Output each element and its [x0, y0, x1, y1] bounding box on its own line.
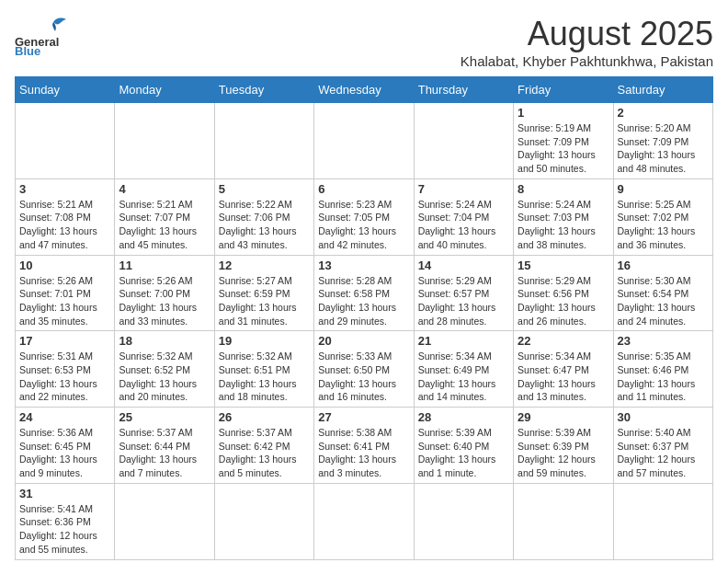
day-number: 10	[19, 259, 110, 272]
day-info: Sunrise: 5:32 AM Sunset: 6:52 PM Dayligh…	[119, 350, 210, 404]
day-info: Sunrise: 5:24 AM Sunset: 7:04 PM Dayligh…	[418, 198, 509, 252]
calendar-cell	[613, 483, 712, 559]
day-number: 29	[518, 410, 609, 424]
calendar-cell: 29Sunrise: 5:39 AM Sunset: 6:39 PM Dayli…	[514, 408, 613, 484]
week-row-3: 10Sunrise: 5:26 AM Sunset: 7:01 PM Dayli…	[16, 255, 713, 331]
calendar-cell: 4Sunrise: 5:21 AM Sunset: 7:07 PM Daylig…	[115, 178, 214, 255]
day-info: Sunrise: 5:29 AM Sunset: 6:57 PM Dayligh…	[418, 274, 509, 328]
calendar-cell: 8Sunrise: 5:24 AM Sunset: 7:03 PM Daylig…	[514, 178, 613, 255]
calendar-cell: 17Sunrise: 5:31 AM Sunset: 6:53 PM Dayli…	[16, 331, 115, 408]
day-info: Sunrise: 5:32 AM Sunset: 6:51 PM Dayligh…	[219, 350, 310, 404]
day-header-tuesday: Tuesday	[214, 77, 313, 103]
day-info: Sunrise: 5:36 AM Sunset: 6:45 PM Dayligh…	[19, 426, 110, 480]
day-info: Sunrise: 5:29 AM Sunset: 6:56 PM Dayligh…	[518, 274, 609, 328]
calendar-cell: 11Sunrise: 5:26 AM Sunset: 7:00 PM Dayli…	[115, 255, 214, 331]
day-number: 24	[19, 410, 110, 424]
day-info: Sunrise: 5:28 AM Sunset: 6:58 PM Dayligh…	[318, 274, 409, 328]
day-number: 28	[418, 410, 509, 424]
calendar-cell: 10Sunrise: 5:26 AM Sunset: 7:01 PM Dayli…	[16, 255, 115, 331]
week-row-2: 3Sunrise: 5:21 AM Sunset: 7:08 PM Daylig…	[16, 178, 713, 255]
day-info: Sunrise: 5:34 AM Sunset: 6:47 PM Dayligh…	[518, 350, 609, 404]
day-number: 6	[318, 182, 409, 196]
day-info: Sunrise: 5:40 AM Sunset: 6:37 PM Dayligh…	[618, 426, 709, 480]
calendar-cell: 15Sunrise: 5:29 AM Sunset: 6:56 PM Dayli…	[514, 255, 613, 331]
day-number: 11	[119, 259, 210, 272]
day-number: 27	[318, 410, 409, 424]
day-info: Sunrise: 5:21 AM Sunset: 7:07 PM Dayligh…	[119, 198, 210, 252]
day-info: Sunrise: 5:20 AM Sunset: 7:09 PM Dayligh…	[618, 121, 709, 176]
day-number: 8	[518, 182, 609, 196]
calendar-cell: 23Sunrise: 5:35 AM Sunset: 6:46 PM Dayli…	[613, 331, 712, 408]
day-info: Sunrise: 5:26 AM Sunset: 7:01 PM Dayligh…	[19, 274, 110, 328]
day-number: 22	[518, 334, 609, 348]
calendar-cell: 30Sunrise: 5:40 AM Sunset: 6:37 PM Dayli…	[613, 408, 712, 484]
page-header: General Blue August 2025 Khalabat, Khybe…	[15, 15, 713, 69]
day-info: Sunrise: 5:22 AM Sunset: 7:06 PM Dayligh…	[219, 198, 310, 252]
calendar-cell	[314, 103, 414, 179]
calendar-cell: 1Sunrise: 5:19 AM Sunset: 7:09 PM Daylig…	[514, 103, 613, 179]
day-info: Sunrise: 5:21 AM Sunset: 7:08 PM Dayligh…	[19, 198, 110, 252]
day-number: 19	[219, 334, 310, 348]
calendar-cell	[214, 483, 313, 559]
day-number: 4	[119, 182, 210, 196]
day-info: Sunrise: 5:34 AM Sunset: 6:49 PM Dayligh…	[418, 350, 509, 404]
calendar-cell: 16Sunrise: 5:30 AM Sunset: 6:54 PM Dayli…	[613, 255, 712, 331]
day-number: 7	[418, 182, 509, 196]
day-number: 13	[318, 259, 409, 272]
day-number: 9	[618, 182, 709, 196]
calendar-cell	[314, 483, 414, 559]
calendar-cell: 26Sunrise: 5:37 AM Sunset: 6:42 PM Dayli…	[214, 408, 313, 484]
day-info: Sunrise: 5:30 AM Sunset: 6:54 PM Dayligh…	[618, 274, 709, 328]
calendar-cell: 22Sunrise: 5:34 AM Sunset: 6:47 PM Dayli…	[514, 331, 613, 408]
days-header-row: SundayMondayTuesdayWednesdayThursdayFrid…	[16, 77, 713, 103]
day-info: Sunrise: 5:19 AM Sunset: 7:09 PM Dayligh…	[518, 121, 609, 176]
day-number: 14	[418, 259, 509, 272]
day-number: 21	[418, 334, 509, 348]
calendar-cell: 27Sunrise: 5:38 AM Sunset: 6:41 PM Dayli…	[314, 408, 414, 484]
day-number: 23	[618, 334, 709, 348]
day-number: 18	[119, 334, 210, 348]
calendar-cell	[16, 103, 115, 179]
day-number: 31	[19, 487, 110, 500]
day-number: 26	[219, 410, 310, 424]
calendar-cell: 3Sunrise: 5:21 AM Sunset: 7:08 PM Daylig…	[16, 178, 115, 255]
day-info: Sunrise: 5:26 AM Sunset: 7:00 PM Dayligh…	[119, 274, 210, 328]
day-info: Sunrise: 5:39 AM Sunset: 6:40 PM Dayligh…	[418, 426, 509, 480]
calendar-cell	[514, 483, 613, 559]
day-number: 16	[618, 259, 709, 272]
day-header-friday: Friday	[514, 77, 613, 103]
calendar-cell: 19Sunrise: 5:32 AM Sunset: 6:51 PM Dayli…	[214, 331, 313, 408]
calendar-cell	[115, 103, 214, 179]
day-info: Sunrise: 5:37 AM Sunset: 6:44 PM Dayligh…	[119, 426, 210, 480]
day-info: Sunrise: 5:35 AM Sunset: 6:46 PM Dayligh…	[618, 350, 709, 404]
calendar-cell: 6Sunrise: 5:23 AM Sunset: 7:05 PM Daylig…	[314, 178, 414, 255]
calendar-cell: 9Sunrise: 5:25 AM Sunset: 7:02 PM Daylig…	[613, 178, 712, 255]
day-info: Sunrise: 5:33 AM Sunset: 6:50 PM Dayligh…	[318, 350, 409, 404]
week-row-5: 24Sunrise: 5:36 AM Sunset: 6:45 PM Dayli…	[16, 408, 713, 484]
location-subtitle: Khalabat, Khyber Pakhtunkhwa, Pakistan	[461, 53, 713, 69]
day-header-saturday: Saturday	[613, 77, 712, 103]
calendar-cell: 14Sunrise: 5:29 AM Sunset: 6:57 PM Dayli…	[414, 255, 513, 331]
week-row-6: 31Sunrise: 5:41 AM Sunset: 6:36 PM Dayli…	[16, 483, 713, 559]
day-header-monday: Monday	[115, 77, 214, 103]
day-info: Sunrise: 5:25 AM Sunset: 7:02 PM Dayligh…	[618, 198, 709, 252]
calendar-cell	[115, 483, 214, 559]
day-info: Sunrise: 5:27 AM Sunset: 6:59 PM Dayligh…	[219, 274, 310, 328]
calendar-cell: 2Sunrise: 5:20 AM Sunset: 7:09 PM Daylig…	[613, 103, 712, 179]
calendar-cell: 5Sunrise: 5:22 AM Sunset: 7:06 PM Daylig…	[214, 178, 313, 255]
calendar-cell: 12Sunrise: 5:27 AM Sunset: 6:59 PM Dayli…	[214, 255, 313, 331]
calendar-table: SundayMondayTuesdayWednesdayThursdayFrid…	[15, 76, 713, 560]
day-header-thursday: Thursday	[414, 77, 513, 103]
calendar-cell: 21Sunrise: 5:34 AM Sunset: 6:49 PM Dayli…	[414, 331, 513, 408]
day-number: 30	[618, 410, 709, 424]
calendar-cell: 25Sunrise: 5:37 AM Sunset: 6:44 PM Dayli…	[115, 408, 214, 484]
calendar-cell	[214, 103, 313, 179]
day-number: 3	[19, 182, 110, 196]
day-number: 5	[219, 182, 310, 196]
day-number: 1	[518, 106, 609, 120]
day-number: 17	[19, 334, 110, 348]
day-info: Sunrise: 5:23 AM Sunset: 7:05 PM Dayligh…	[318, 198, 409, 252]
calendar-cell: 20Sunrise: 5:33 AM Sunset: 6:50 PM Dayli…	[314, 331, 414, 408]
calendar-cell: 24Sunrise: 5:36 AM Sunset: 6:45 PM Dayli…	[16, 408, 115, 484]
calendar-cell: 28Sunrise: 5:39 AM Sunset: 6:40 PM Dayli…	[414, 408, 513, 484]
